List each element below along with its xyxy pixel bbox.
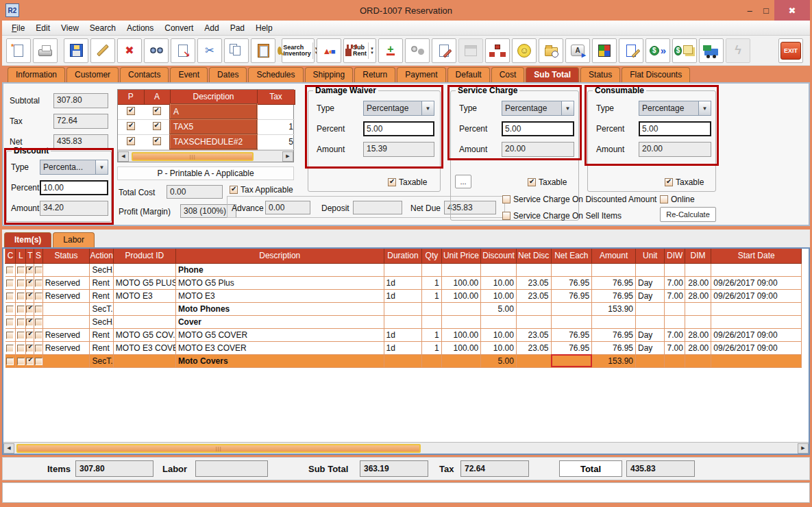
- column-header-l[interactable]: L: [16, 249, 26, 263]
- service-charge-taxable-checkbox[interactable]: [528, 178, 536, 186]
- cell-action[interactable]: SecH...: [90, 315, 113, 328]
- cell-s[interactable]: [34, 289, 42, 302]
- sub-rent-dropdown[interactable]: ▼▼: [368, 42, 374, 59]
- cell-start-date[interactable]: 09/26/2017 09:00: [711, 289, 802, 302]
- checkbox-icon[interactable]: [6, 280, 14, 287]
- checkbox-icon[interactable]: [35, 358, 42, 365]
- cell-product-id[interactable]: [113, 315, 175, 328]
- service-charge-more-button[interactable]: ...: [455, 175, 471, 188]
- cell-net-each[interactable]: [551, 263, 592, 276]
- cell-status[interactable]: Reserved: [42, 341, 90, 354]
- menu-edit[interactable]: Edit: [30, 22, 56, 34]
- cell-status[interactable]: [42, 354, 90, 367]
- discount-percent-input[interactable]: [40, 180, 108, 195]
- cell-amount[interactable]: 76.95: [592, 328, 636, 341]
- table-row[interactable]: ReservedRentMOTO E3 COVERMOTO E3 COVER1d…: [5, 341, 802, 354]
- members-button[interactable]: [405, 38, 430, 63]
- menu-view[interactable]: View: [56, 22, 84, 34]
- column-header-net-each[interactable]: Net Each: [551, 249, 592, 263]
- tax-description-cell[interactable]: A: [170, 104, 257, 119]
- cell-discount[interactable]: 10.00: [481, 341, 517, 354]
- damage-waiver-type-combo[interactable]: Percentage ▼: [363, 101, 434, 116]
- table-row[interactable]: SecH...Phone: [5, 263, 802, 276]
- cell-dim[interactable]: 28.00: [685, 289, 711, 302]
- cell-action[interactable]: SecT...: [90, 354, 113, 367]
- menu-help[interactable]: Help: [250, 22, 278, 34]
- cell-qty[interactable]: 1: [422, 276, 441, 289]
- column-header-t[interactable]: T: [26, 249, 34, 263]
- summary-tax-field[interactable]: 72.64: [460, 460, 529, 477]
- column-header-unit[interactable]: Unit: [635, 249, 665, 263]
- chevron-down-icon[interactable]: ▼: [561, 101, 574, 115]
- tab-labor[interactable]: Labor: [53, 232, 95, 247]
- cell-t[interactable]: [26, 354, 34, 367]
- consumable-percent-input[interactable]: [639, 121, 711, 136]
- menu-pad[interactable]: Pad: [225, 22, 250, 34]
- cell-description[interactable]: MOTO G5 Plus: [175, 276, 384, 289]
- search-inventory-button[interactable]: Search Inventory ▼▼: [282, 38, 315, 63]
- cell-description[interactable]: MOTO E3 COVER: [175, 341, 384, 354]
- cell-qty[interactable]: 1: [422, 341, 441, 354]
- advance-field[interactable]: 0.00: [265, 201, 310, 214]
- checkbox-icon[interactable]: [35, 280, 42, 287]
- cell-start-date[interactable]: 09/26/2017 09:00: [711, 276, 802, 289]
- cell-qty[interactable]: 1: [422, 289, 441, 302]
- cell-duration[interactable]: [384, 263, 422, 276]
- items-scroll-thumb[interactable]: [16, 444, 421, 453]
- tab-items[interactable]: Item(s): [4, 232, 51, 247]
- items-hscrollbar[interactable]: ◀ ▶: [3, 442, 809, 454]
- cell-duration[interactable]: 1d: [384, 341, 422, 354]
- summary-labor-field[interactable]: [195, 460, 268, 477]
- service-charge-amount-field[interactable]: 20.00: [502, 142, 574, 157]
- tax-a-checkbox-cell[interactable]: [144, 104, 170, 119]
- checkbox-icon[interactable]: [6, 358, 14, 365]
- cell-unit-price[interactable]: 100.00: [441, 328, 481, 341]
- cell-s[interactable]: [34, 276, 42, 289]
- cell-product-id[interactable]: [113, 263, 175, 276]
- checkbox-icon[interactable]: [35, 267, 42, 274]
- cell-discount[interactable]: 5.00: [481, 302, 517, 315]
- tax-value-cell[interactable]: [257, 104, 295, 119]
- cell-amount[interactable]: 76.95: [592, 341, 636, 354]
- consumable-taxable-checkbox[interactable]: [665, 178, 673, 186]
- cell-unit[interactable]: [635, 302, 665, 315]
- cell-discount[interactable]: [481, 315, 517, 328]
- cell-c[interactable]: [5, 328, 16, 341]
- cell-start-date[interactable]: 09/26/2017 09:00: [711, 341, 802, 354]
- column-header-discount[interactable]: Discount: [481, 249, 517, 263]
- cell-start-date[interactable]: [711, 315, 802, 328]
- shapes-button[interactable]: ▲●■: [317, 38, 341, 63]
- cell-qty[interactable]: [422, 354, 441, 367]
- cell-action[interactable]: SecT...: [90, 302, 113, 315]
- cell-description[interactable]: Phone: [175, 263, 384, 276]
- table-row[interactable]: SecH...Cover: [5, 315, 802, 328]
- cell-s[interactable]: [34, 315, 42, 328]
- cut-button[interactable]: ✂: [197, 38, 222, 63]
- cell-duration[interactable]: 1d: [384, 289, 422, 302]
- cell-amount[interactable]: 76.95: [592, 289, 636, 302]
- total-cost-field[interactable]: 0.00: [167, 185, 223, 199]
- organization-button[interactable]: [485, 38, 510, 63]
- close-button[interactable]: ✖: [774, 0, 810, 21]
- table-row[interactable]: SecT...Moto Phones5.00153.90: [5, 302, 802, 315]
- tax-a-checkbox-cell[interactable]: [144, 119, 170, 134]
- cell-net-each[interactable]: [551, 302, 592, 315]
- sc-sell-checkbox[interactable]: [502, 212, 510, 220]
- cell-s[interactable]: [34, 354, 42, 367]
- cell-amount[interactable]: 153.90: [592, 302, 636, 315]
- cell-net-disc[interactable]: [516, 315, 551, 328]
- tax-table-scroll-thumb[interactable]: [132, 152, 254, 161]
- cell-action[interactable]: Rent: [90, 328, 113, 341]
- delivery-button[interactable]: [699, 38, 724, 63]
- add-item-button[interactable]: +: [378, 38, 403, 63]
- cell-description[interactable]: Cover: [175, 315, 384, 328]
- cell-amount[interactable]: 76.95: [592, 276, 636, 289]
- checkbox-icon[interactable]: [26, 293, 34, 300]
- cell-start-date[interactable]: [711, 302, 802, 315]
- cell-net-disc[interactable]: 23.05: [516, 289, 551, 302]
- tab-status[interactable]: Status: [580, 67, 620, 82]
- checkbox-icon[interactable]: [26, 306, 34, 313]
- cell-s[interactable]: [34, 328, 42, 341]
- service-charge-percent-input[interactable]: [502, 121, 574, 136]
- table-row[interactable]: SecT...Moto Covers5.00153.90: [5, 354, 802, 367]
